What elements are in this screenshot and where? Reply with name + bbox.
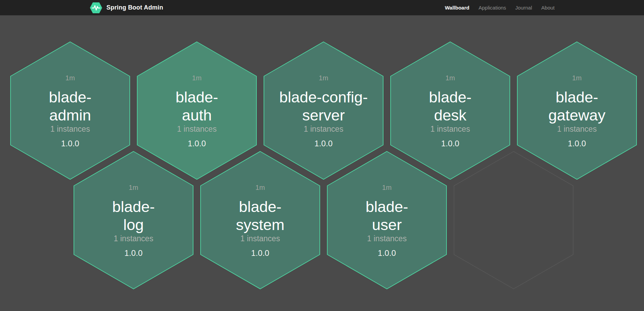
application-name-line: auth [137,106,257,124]
instances-label: 1 instances [73,234,194,243]
application-name-line: blade- [327,198,447,216]
nav-item-journal[interactable]: Journal [515,5,532,11]
application-info: 1m blade- log 1 instances 1.0.0 [73,151,194,290]
instances-label: 1 instances [137,124,257,134]
instances-label: 1 instances [10,124,130,134]
application-hexagon-blade-user[interactable]: 1m blade- user 1 instances 1.0.0 [327,151,447,290]
application-info: 1m blade- user 1 instances 1.0.0 [327,151,447,290]
instances-label: 1 instances [517,124,637,134]
nav-item-applications[interactable]: Applications [478,5,506,11]
uptime-label: 1m [263,74,384,82]
application-info: 1m blade- system 1 instances 1.0.0 [200,151,320,290]
application-name: blade- admin [10,88,130,124]
application-name-line: server [263,106,384,124]
uptime-label: 1m [327,183,447,192]
brand-home-link[interactable]: Spring Boot Admin [90,2,163,14]
empty-hexagon [453,151,574,290]
uptime-label: 1m [137,74,257,82]
application-name: blade- gateway [517,88,637,124]
application-name: blade-config- server [263,88,384,124]
application-name: blade- user [327,198,447,234]
uptime-label: 1m [73,183,194,192]
application-name: blade- auth [137,88,257,124]
application-name-line: blade- [73,198,194,216]
application-name-line: blade- [137,88,257,106]
main-nav: WallboardApplicationsJournalAbout [445,5,554,11]
application-name-line: log [73,216,194,234]
application-name-line: gateway [517,106,637,124]
uptime-label: 1m [517,74,637,82]
version-label: 1.0.0 [200,248,320,258]
application-name: blade- desk [390,88,511,124]
header-container: Spring Boot Admin WallboardApplicationsJ… [90,0,555,15]
uptime-label: 1m [10,74,130,82]
instances-label: 1 instances [327,234,447,243]
application-hexagon-blade-system[interactable]: 1m blade- system 1 instances 1.0.0 [200,151,320,290]
pulse-hexagon-icon [90,2,103,14]
application-name-line: blade- [200,198,320,216]
application-name-line: blade- [390,88,511,106]
nav-item-wallboard[interactable]: Wallboard [445,5,469,11]
application-name-line: desk [390,106,511,124]
version-label: 1.0.0 [73,248,194,258]
application-name-line: blade- [517,88,637,106]
application-name-line: blade-config- [263,88,384,106]
application-name-line: blade- [10,88,130,106]
version-label: 1.0.0 [10,138,130,149]
instances-label: 1 instances [390,124,511,134]
nav-item-about[interactable]: About [541,5,554,11]
uptime-label: 1m [200,183,320,192]
application-name: blade- system [200,198,320,234]
application-name: blade- log [73,198,194,234]
application-name-line: system [200,216,320,234]
version-label: 1.0.0 [517,138,637,149]
instances-label: 1 instances [263,124,384,134]
instances-label: 1 instances [200,234,320,243]
version-label: 1.0.0 [137,138,257,149]
version-label: 1.0.0 [390,138,511,149]
top-navbar: Spring Boot Admin WallboardApplicationsJ… [0,0,644,15]
application-hexagon-blade-log[interactable]: 1m blade- log 1 instances 1.0.0 [73,151,194,290]
application-name-line: admin [10,106,130,124]
version-label: 1.0.0 [327,248,447,258]
application-name-line: user [327,216,447,234]
uptime-label: 1m [390,74,511,82]
empty-hexagon-shape [453,151,574,290]
version-label: 1.0.0 [263,138,384,149]
wallboard-honeycomb: 1m blade- admin 1 instances 1.0.0 1m bla… [0,15,644,311]
app-title: Spring Boot Admin [107,4,163,11]
